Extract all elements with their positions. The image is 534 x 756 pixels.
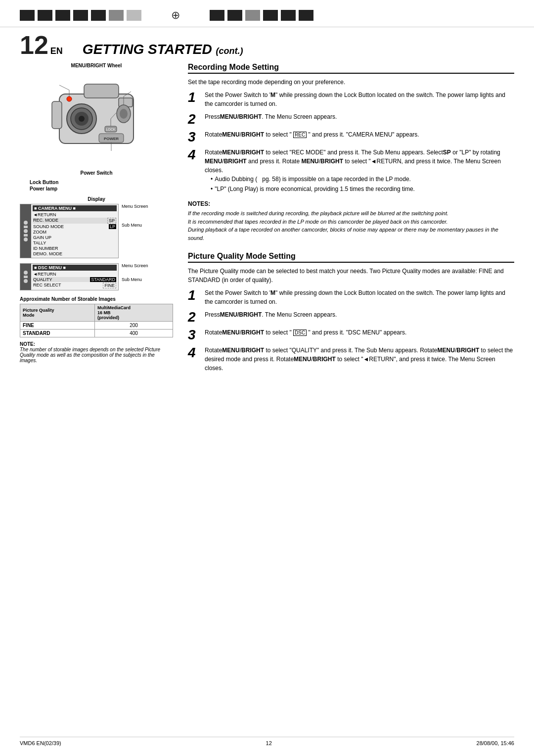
dsc-row-return: ◄RETURN <box>33 272 117 277</box>
step3-text: RotateMENU/BRIGHT to select " REC " and … <box>205 130 514 139</box>
menu-row-soundmode: SOUND MODE LP <box>33 224 117 229</box>
pq-step-2: 2 PressMENU/BRIGHT. The Menu Screen appe… <box>188 310 514 324</box>
approx-header-row: Picture QualityMode MultiMediaCard16 MB(… <box>20 304 173 322</box>
power-lamp-label: Power lamp <box>30 186 173 191</box>
svg-rect-5 <box>84 84 119 98</box>
dsc-menu-title-bar: ■ DSC MENU ■ <box>33 265 117 271</box>
approx-th-card: MultiMediaCard16 MB(provided) <box>94 304 173 322</box>
menu-screen-label: Menu Screen <box>122 204 148 209</box>
dsc-sub-menu-label: Sub Menu <box>122 277 148 282</box>
svg-text:LOCK: LOCK <box>106 128 115 131</box>
quality-value: STANDARD <box>90 277 116 282</box>
sq2 <box>38 10 52 21</box>
sq1 <box>20 10 35 21</box>
camera-svg-wrapper: POWER LOCK <box>20 69 173 168</box>
menu-row-demomode: DEMO. MODE <box>33 251 117 256</box>
svg-text:POWER: POWER <box>104 137 119 141</box>
pq-step-4: 4 RotateMENU/BRIGHT to select "QUALITY" … <box>188 346 514 373</box>
menu-row-return: ◄RETURN <box>33 212 117 217</box>
footer: VMD6 EN(02/39) 12 28/08/00, 15:46 <box>20 737 514 746</box>
header-squares-right <box>210 10 313 21</box>
notes-text1: If the recording mode is switched during… <box>188 209 514 242</box>
header-squares-left <box>20 10 141 21</box>
camera-menu-title: ■ CAMERA MENU ■ <box>34 206 76 211</box>
display-title: Display <box>20 196 173 202</box>
bullet1: Audio Dubbing ( pg. 58) is impossible on… <box>211 175 514 184</box>
menu-bright-label: MENU/BRIGHT Wheel <box>20 63 173 68</box>
approx-mode-standard: STANDARD <box>20 330 95 337</box>
camera-menu-title-bar: ■ CAMERA MENU ■ <box>33 205 117 211</box>
approx-val-standard: 400 <box>94 330 173 337</box>
recording-notes: NOTES: If the recording mode is switched… <box>188 200 514 242</box>
menu-row-tally: TALLY <box>33 240 117 245</box>
menu-row-idnumber: ID NUMBER <box>33 246 117 251</box>
soundmode-value: LP <box>109 224 116 229</box>
recmode-value: SP <box>107 218 116 224</box>
note-title: NOTE: <box>20 341 173 347</box>
step3-number: 3 <box>188 130 201 144</box>
page-number: 12 <box>20 32 48 58</box>
approx-title: Approximate Number of Storable Images <box>20 296 173 302</box>
footer-left: VMD6 EN(02/39) <box>20 740 61 746</box>
dsc-icon-rect1 <box>24 276 28 278</box>
right-column: Recording Mode Setting Set the tape reco… <box>188 63 514 380</box>
lock-button-label: Lock Button <box>30 180 173 185</box>
dsc-menu-title: ■ DSC MENU ■ <box>34 265 66 270</box>
note-text: The number of storable images depends on… <box>20 347 173 363</box>
dsc-row-recselect: REC SELECT FINE <box>33 283 117 288</box>
recording-step-4: 4 RotateMENU/BRIGHT to select "REC MODE"… <box>188 148 514 196</box>
step4-number: 4 <box>188 148 201 162</box>
step2-number: 2 <box>188 112 201 126</box>
camera-menu-labels: Menu Screen Sub Menu <box>122 204 148 228</box>
step2-text: PressMENU/BRIGHT. The Menu Screen appear… <box>205 112 514 121</box>
main-content: MENU/BRIGHT Wheel <box>0 63 534 380</box>
sub-menu-label: Sub Menu <box>122 223 148 228</box>
approx-th-mode: Picture QualityMode <box>20 304 95 322</box>
sqr1 <box>210 10 224 21</box>
step1-number: 1 <box>188 91 201 104</box>
pq-step2-number: 2 <box>188 310 201 324</box>
camcorder-svg: POWER LOCK <box>40 69 153 168</box>
camera-menu-box: ■ CAMERA MENU ■ ◄RETURN REC. MODE SP SOU… <box>20 204 119 258</box>
recording-mode-desc: Set the tape recording mode depending on… <box>188 78 514 87</box>
page-title: GETTING STARTED (cont.) <box>83 42 243 57</box>
display-section: Display ■ CAMERA MEN <box>20 196 173 290</box>
svg-rect-7 <box>52 101 62 129</box>
pq-step4-text: RotateMENU/BRIGHT to select "QUALITY" an… <box>205 346 514 373</box>
pq-step3-text: RotateMENU/BRIGHT to select " DSC " and … <box>205 328 514 337</box>
sqr2 <box>227 10 242 21</box>
dsc-menu-container: ■ DSC MENU ■ ◄RETURN QUALITY STANDARD RE… <box>20 263 173 290</box>
power-switch-label: Power Switch <box>20 170 173 176</box>
page-en: EN <box>50 46 63 56</box>
sq5 <box>91 10 106 21</box>
step4-text: RotateMENU/BRIGHT to select "REC MODE" a… <box>205 148 514 196</box>
icon-dot3 <box>24 237 28 241</box>
dsc-icon-dot2 <box>24 279 28 283</box>
dsc-menu-labels: Menu Screen Sub Menu <box>122 263 148 282</box>
approx-table: Picture QualityMode MultiMediaCard16 MB(… <box>20 304 173 337</box>
svg-point-14 <box>120 109 128 119</box>
svg-point-12 <box>67 96 72 101</box>
page-header: 12 EN GETTING STARTED (cont.) <box>0 32 534 63</box>
camera-area: MENU/BRIGHT Wheel <box>20 63 173 191</box>
icon-dot1 <box>24 221 28 225</box>
camera-menu-content: ■ CAMERA MENU ■ ◄RETURN REC. MODE SP SOU… <box>31 204 118 258</box>
recording-step-1: 1 Set the Power Switch to 'M" while pres… <box>188 91 514 108</box>
lock-power-labels: Lock Button Power lamp <box>20 180 173 191</box>
recording-step-3: 3 RotateMENU/BRIGHT to select " REC " an… <box>188 130 514 144</box>
sqr3 <box>245 10 260 21</box>
menu-box-icons-left <box>20 204 31 258</box>
icon-rect2 <box>24 234 28 236</box>
compass-icon: ⊕ <box>171 9 180 22</box>
left-column: MENU/BRIGHT Wheel <box>20 63 173 380</box>
sq4 <box>73 10 88 21</box>
sqr5 <box>281 10 296 21</box>
picture-quality-section: Picture Quality Mode Setting The Picture… <box>188 252 514 373</box>
pq-step2-text: PressMENU/BRIGHT. The Menu Screen appear… <box>205 310 514 319</box>
dsc-menu-icons-left <box>20 264 31 290</box>
picture-quality-title: Picture Quality Mode Setting <box>188 252 514 263</box>
recording-mode-title: Recording Mode Setting <box>188 63 514 74</box>
approx-section: Approximate Number of Storable Images Pi… <box>20 296 173 337</box>
header-bar: ⊕ <box>0 0 534 27</box>
recording-step-2: 2 PressMENU/BRIGHT. The Menu Screen appe… <box>188 112 514 126</box>
